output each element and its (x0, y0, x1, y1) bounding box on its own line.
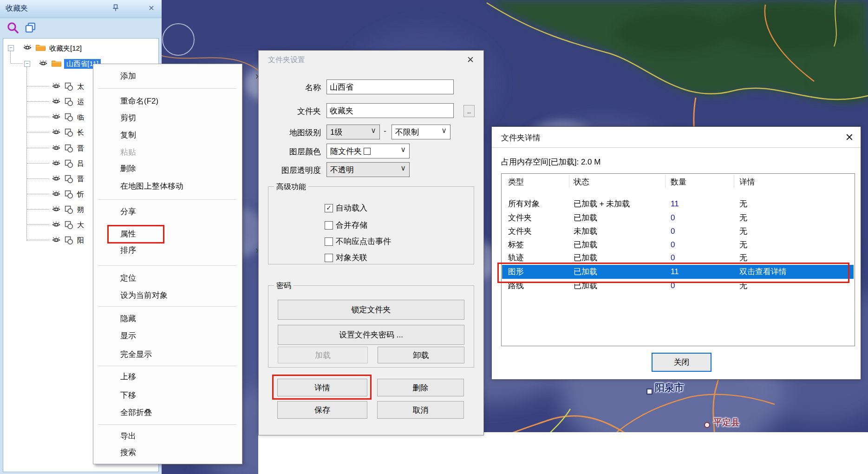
tree-item[interactable]: 运 (77, 98, 84, 106)
checkbox-auto-load[interactable]: ✓ 自动载入 (325, 204, 367, 213)
table-cell[interactable]: 未加载 (574, 226, 597, 237)
menu-item-move-down[interactable]: 下移 (94, 388, 265, 402)
tree-item[interactable]: 太 (77, 82, 84, 91)
column-header-status[interactable]: 状态 (574, 177, 589, 187)
menu-item-locate[interactable]: 定位 (94, 271, 265, 285)
table-cell[interactable]: 已加载 (574, 240, 597, 250)
eye-icon[interactable] (51, 98, 61, 105)
cancel-button[interactable]: 取消 (377, 401, 464, 419)
panel-close-icon[interactable]: ✕ (147, 4, 156, 13)
table-cell-selected[interactable]: 已加载 (574, 267, 597, 277)
search-icon[interactable] (7, 21, 20, 34)
tree-item[interactable]: 晋 (77, 175, 84, 184)
tree-item[interactable]: 吕 (77, 159, 84, 168)
dialog-close-icon[interactable]: ✕ (465, 54, 476, 65)
table-cell[interactable]: 路线 (508, 281, 524, 291)
column-header-detail[interactable]: 详情 (739, 177, 755, 187)
table-cell[interactable]: 所有对象 (508, 199, 540, 209)
table-cell[interactable]: 已加载 (574, 213, 597, 223)
menu-item-move-on-map[interactable]: 在地图上整体移动 (94, 179, 265, 193)
table-cell[interactable]: 0 (671, 213, 675, 223)
table-cell[interactable]: 无 (739, 281, 747, 291)
name-input[interactable] (326, 79, 454, 94)
eye-icon[interactable] (22, 44, 33, 51)
eye-icon[interactable] (51, 129, 61, 136)
checkbox-object-link[interactable]: ✓ 对象关联 (325, 253, 367, 263)
menu-item-share[interactable]: 分享 (94, 205, 265, 219)
close-button[interactable]: 关闭 (652, 353, 711, 372)
table-cell[interactable]: 0 (671, 240, 675, 250)
delete-button[interactable]: 删除 (377, 379, 464, 396)
menu-item-search[interactable]: 搜索 (94, 446, 265, 460)
eye-icon[interactable] (51, 206, 61, 213)
menu-item-sort[interactable]: 排序 › (94, 244, 265, 257)
eye-icon[interactable] (51, 237, 61, 244)
layer-opacity-select[interactable]: 不透明 ∨ (326, 162, 410, 177)
table-cell[interactable]: 无 (739, 199, 747, 209)
details-button[interactable]: 详情 (277, 379, 367, 396)
eye-icon[interactable] (51, 113, 61, 120)
table-cell[interactable]: 11 (671, 199, 679, 209)
table-cell-selected[interactable]: 11 (671, 267, 679, 277)
menu-item-move-up[interactable]: 上移 (94, 370, 265, 384)
menu-item-set-current[interactable]: 设为当前对象 (94, 289, 265, 303)
table-cell[interactable]: 已加载 (574, 281, 597, 291)
layer-color-select[interactable]: 随文件夹 ∨ (326, 144, 410, 158)
eye-icon[interactable] (51, 83, 61, 90)
table-cell[interactable]: 0 (671, 226, 675, 237)
table-cell[interactable]: 无 (739, 253, 747, 263)
menu-item-copy[interactable]: 复制 (94, 128, 265, 142)
browse-button[interactable]: .. (463, 105, 475, 117)
map-level-from-select[interactable]: 1级 ∨ (326, 125, 380, 139)
menu-item-delete[interactable]: 删除 (94, 162, 265, 176)
tree-item[interactable]: 晋 (77, 144, 84, 153)
checkbox-merge-storage[interactable]: ✓ 合并存储 (325, 221, 367, 230)
menu-item-show[interactable]: 显示 (94, 329, 265, 343)
eye-icon[interactable] (51, 221, 61, 228)
eye-icon[interactable] (38, 60, 48, 67)
collapse-toggle[interactable]: − (8, 45, 14, 51)
menu-item-add[interactable]: 添加 › (94, 69, 265, 83)
copy-layers-icon[interactable] (24, 21, 37, 34)
eye-icon[interactable] (51, 175, 61, 182)
tree-item[interactable]: 忻 (77, 190, 84, 199)
pin-icon[interactable] (111, 4, 121, 13)
table-cell[interactable]: 0 (671, 281, 675, 291)
collapse-toggle[interactable]: − (24, 61, 30, 67)
save-button[interactable]: 保存 (277, 401, 367, 419)
menu-item-properties[interactable]: 属性 (94, 227, 265, 241)
menu-item-export[interactable]: 导出 (94, 429, 265, 443)
tree-item[interactable]: 朔 (77, 205, 84, 214)
table-cell[interactable]: 轨迹 (508, 253, 524, 263)
column-header-count[interactable]: 数量 (671, 177, 686, 187)
folder-input[interactable] (326, 103, 454, 118)
dialog-close-icon[interactable]: ✕ (844, 132, 855, 144)
eye-icon[interactable] (51, 160, 61, 167)
table-cell[interactable]: 0 (671, 253, 675, 263)
table-cell[interactable]: 标签 (508, 240, 524, 250)
eye-icon[interactable] (51, 191, 61, 198)
table-cell-selected[interactable]: 双击查看详情 (739, 267, 787, 277)
checkbox-no-click-events[interactable]: ✓ 不响应点击事件 (325, 237, 391, 246)
tree-item-root[interactable]: 收藏夹[12] (49, 44, 82, 53)
set-password-button[interactable]: 设置文件夹密码 ... (278, 325, 464, 345)
lock-folder-button[interactable]: 锁定文件夹 (278, 300, 464, 320)
menu-item-hide[interactable]: 隐藏 (94, 312, 265, 326)
table-cell[interactable]: 无 (739, 213, 747, 223)
unload-button[interactable]: 卸载 (378, 347, 464, 363)
tree-item[interactable]: 大 (77, 221, 84, 230)
map-level-to-select[interactable]: 不限制 ∨ (392, 125, 450, 139)
menu-item-cut[interactable]: 剪切 (94, 111, 265, 125)
table-cell[interactable]: 文件夹 (508, 226, 532, 237)
tree-item[interactable]: 阳 (77, 236, 84, 245)
menu-item-rename[interactable]: 重命名(F2) (94, 94, 265, 108)
tree-item[interactable]: 临 (77, 113, 84, 122)
eye-icon[interactable] (51, 145, 61, 151)
column-header-type[interactable]: 类型 (508, 177, 524, 187)
menu-item-collapse-all[interactable]: 全部折叠 (94, 406, 265, 420)
table-cell-selected[interactable]: 图形 (508, 267, 524, 277)
tree-item[interactable]: 长 (77, 128, 84, 137)
table-cell[interactable]: 文件夹 (508, 213, 532, 223)
table-cell[interactable]: 已加载 + 未加载 (574, 199, 630, 209)
table-cell[interactable]: 已加载 (574, 253, 597, 263)
